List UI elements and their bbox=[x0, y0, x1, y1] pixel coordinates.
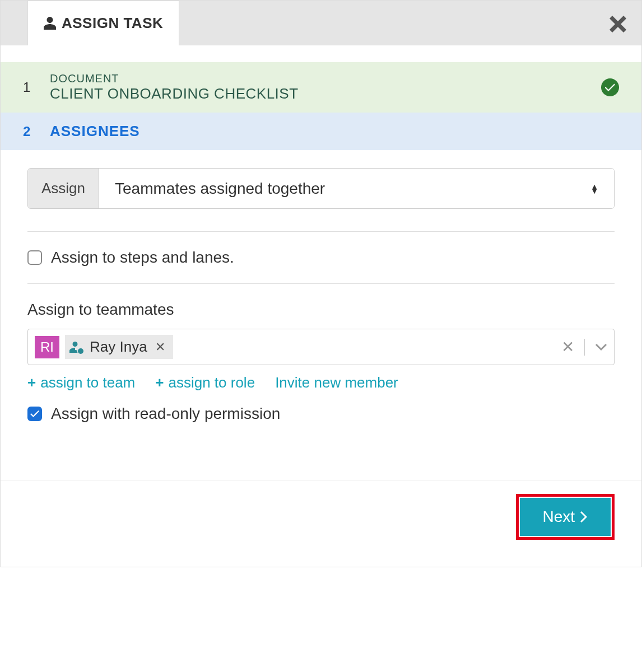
teammate-chip: Ray Inya ✕ bbox=[65, 335, 173, 359]
svg-point-0 bbox=[78, 348, 83, 354]
assign-selected-value: Teammates assigned together bbox=[115, 180, 325, 198]
chip-remove-button[interactable]: ✕ bbox=[155, 340, 165, 354]
next-button-highlight: Next bbox=[516, 494, 615, 540]
step-number: 1 bbox=[23, 80, 34, 95]
plus-icon: + bbox=[27, 374, 36, 391]
tab-title: ASSIGN TASK bbox=[62, 15, 163, 32]
assign-label: Assign bbox=[28, 169, 99, 208]
next-button[interactable]: Next bbox=[520, 498, 611, 536]
clear-all-button[interactable]: ✕ bbox=[561, 338, 574, 356]
chevron-down-icon bbox=[595, 343, 607, 351]
teammate-initials-badge: RI bbox=[35, 336, 59, 358]
readonly-permission-label: Assign with read-only permission bbox=[51, 405, 280, 423]
link-label: Invite new member bbox=[275, 374, 398, 391]
step-title: ASSIGNEES bbox=[50, 123, 619, 140]
readonly-permission-checkbox[interactable] bbox=[27, 407, 42, 421]
divider bbox=[27, 231, 615, 232]
select-sort-icon: ▲▼ bbox=[590, 184, 598, 193]
dropdown-toggle[interactable] bbox=[595, 343, 607, 351]
check-icon bbox=[605, 83, 615, 91]
assign-steps-lanes-label: Assign to steps and lanes. bbox=[51, 249, 234, 267]
readonly-permission-row: Assign with read-only permission bbox=[27, 405, 615, 423]
spacer bbox=[1, 45, 641, 62]
close-button[interactable] bbox=[608, 13, 628, 33]
separator bbox=[584, 339, 585, 356]
chevron-right-icon bbox=[580, 511, 588, 522]
assign-mode-row: Assign Teammates assigned together ▲▼ bbox=[27, 168, 615, 209]
step-body: ASSIGNEES bbox=[50, 123, 619, 140]
step-body: DOCUMENT CLIENT ONBOARDING CHECKLIST bbox=[50, 72, 585, 102]
modal-tabbar: ASSIGN TASK bbox=[1, 1, 641, 45]
assign-teammates-label: Assign to teammates bbox=[27, 301, 615, 319]
invite-new-member-link[interactable]: Invite new member bbox=[275, 374, 398, 391]
tag-input-controls: ✕ bbox=[561, 338, 607, 356]
user-status-icon bbox=[69, 340, 84, 354]
modal-footer: Next bbox=[1, 480, 641, 567]
link-label: assign to role bbox=[168, 374, 255, 391]
step-complete-badge bbox=[601, 78, 619, 96]
assign-mode-select[interactable]: Teammates assigned together ▲▼ bbox=[99, 169, 614, 208]
teammates-input[interactable]: RI Ray Inya ✕ ✕ bbox=[27, 329, 615, 365]
check-icon bbox=[30, 410, 39, 417]
link-label: assign to team bbox=[40, 374, 135, 391]
divider bbox=[27, 283, 615, 284]
step-number: 2 bbox=[23, 124, 34, 139]
teammate-chip-name: Ray Inya bbox=[90, 338, 147, 356]
next-button-label: Next bbox=[542, 508, 575, 526]
plus-icon: + bbox=[155, 374, 164, 391]
assign-steps-lanes-row: Assign to steps and lanes. bbox=[27, 249, 615, 267]
person-icon bbox=[44, 16, 56, 30]
assign-steps-lanes-checkbox[interactable] bbox=[27, 250, 42, 265]
step-document[interactable]: 1 DOCUMENT CLIENT ONBOARDING CHECKLIST bbox=[1, 62, 641, 113]
assign-to-team-link[interactable]: + assign to team bbox=[27, 374, 135, 391]
assign-task-modal: ASSIGN TASK 1 DOCUMENT CLIENT ONBOARDING… bbox=[0, 0, 642, 567]
step-assignees[interactable]: 2 ASSIGNEES bbox=[1, 113, 641, 150]
close-icon bbox=[608, 13, 628, 33]
modal-content: Assign Teammates assigned together ▲▼ As… bbox=[1, 150, 641, 458]
tab-assign-task[interactable]: ASSIGN TASK bbox=[27, 1, 179, 45]
assign-to-role-link[interactable]: + assign to role bbox=[155, 374, 255, 391]
assign-links-row: + assign to team + assign to role Invite… bbox=[27, 374, 615, 391]
step-label: DOCUMENT bbox=[50, 72, 585, 85]
step-title: CLIENT ONBOARDING CHECKLIST bbox=[50, 85, 585, 102]
